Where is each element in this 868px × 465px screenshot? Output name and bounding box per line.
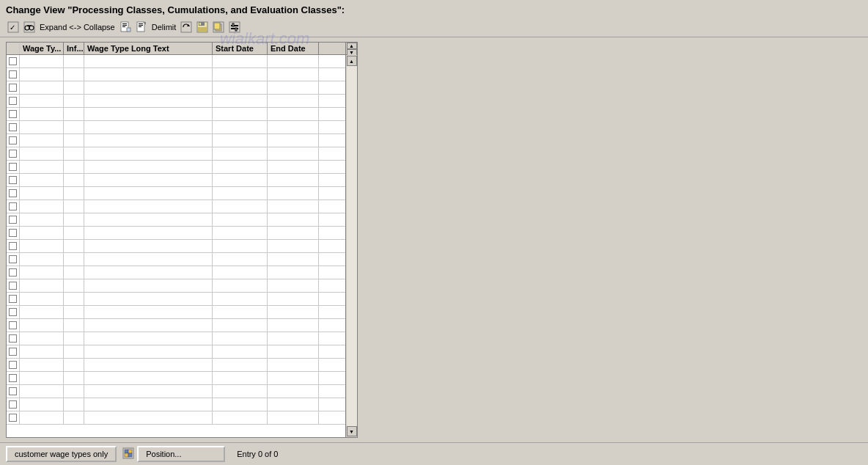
table-row[interactable] bbox=[7, 213, 345, 227]
table-row[interactable] bbox=[7, 95, 345, 108]
table-row[interactable] bbox=[7, 68, 345, 81]
td-startdate bbox=[213, 121, 268, 133]
td-wagelong bbox=[84, 108, 213, 120]
scroll-up-arrow[interactable]: ▲ bbox=[347, 43, 357, 49]
row-checkbox[interactable] bbox=[9, 97, 17, 105]
table-row[interactable] bbox=[7, 319, 345, 332]
row-checkbox[interactable] bbox=[9, 176, 17, 184]
table-row[interactable] bbox=[7, 187, 345, 200]
td-inf bbox=[64, 359, 84, 371]
row-checkbox[interactable] bbox=[9, 84, 17, 92]
table-row[interactable] bbox=[7, 372, 345, 385]
row-checkbox[interactable] bbox=[9, 110, 17, 118]
refresh-button[interactable] bbox=[179, 21, 194, 34]
table-row[interactable] bbox=[7, 161, 345, 174]
vertical-scrollbar[interactable]: ▲ ▼ bbox=[345, 55, 357, 437]
table-row[interactable] bbox=[7, 147, 345, 161]
row-checkbox[interactable] bbox=[9, 216, 17, 224]
td-wagety bbox=[20, 213, 64, 226]
row-checkbox[interactable] bbox=[9, 400, 17, 409]
settings-button[interactable] bbox=[227, 21, 242, 34]
table-row[interactable] bbox=[7, 108, 345, 121]
td-inf bbox=[64, 187, 84, 199]
row-checkbox[interactable] bbox=[9, 361, 17, 369]
td-wagety bbox=[20, 134, 64, 147]
table-row[interactable] bbox=[7, 81, 345, 95]
td-enddate bbox=[268, 319, 319, 332]
copy-button[interactable] bbox=[211, 21, 226, 34]
table-row[interactable] bbox=[7, 227, 345, 240]
save-button[interactable] bbox=[195, 21, 210, 34]
table-row[interactable] bbox=[7, 332, 345, 345]
row-checkbox[interactable] bbox=[9, 163, 17, 171]
td-inf bbox=[64, 293, 84, 305]
td-wagelong bbox=[84, 121, 213, 133]
row-checkbox[interactable] bbox=[9, 150, 17, 158]
td-wagelong bbox=[84, 293, 213, 305]
row-checkbox[interactable] bbox=[9, 295, 17, 303]
td-wagety bbox=[20, 398, 64, 411]
table-body: ▲ ▼ bbox=[7, 55, 357, 437]
row-checkbox[interactable] bbox=[9, 374, 17, 382]
row-checkbox[interactable] bbox=[9, 268, 17, 277]
row-checkbox[interactable] bbox=[9, 123, 17, 131]
row-checkbox[interactable] bbox=[9, 308, 17, 316]
table-row[interactable] bbox=[7, 121, 345, 134]
row-checkbox[interactable] bbox=[9, 57, 17, 65]
row-checkbox[interactable] bbox=[9, 255, 17, 263]
td-startdate bbox=[213, 279, 268, 292]
td-inf bbox=[64, 161, 84, 173]
table-row[interactable] bbox=[7, 134, 345, 147]
row-checkbox[interactable] bbox=[9, 414, 17, 422]
td-wagelong bbox=[84, 68, 213, 81]
row-checkbox[interactable] bbox=[9, 189, 17, 197]
td-enddate bbox=[268, 81, 319, 94]
row-checkbox[interactable] bbox=[9, 70, 17, 78]
table-row[interactable] bbox=[7, 240, 345, 253]
position-button[interactable]: Position... bbox=[137, 446, 225, 462]
save-icon bbox=[196, 21, 208, 33]
scrollbar-down-btn[interactable]: ▼ bbox=[347, 426, 357, 436]
table-row[interactable] bbox=[7, 385, 345, 398]
table-row[interactable] bbox=[7, 359, 345, 372]
row-checkbox[interactable] bbox=[9, 282, 17, 290]
td-enddate bbox=[268, 253, 319, 266]
table-row[interactable] bbox=[7, 293, 345, 306]
search-button[interactable] bbox=[22, 21, 37, 34]
td-wagety bbox=[20, 161, 64, 173]
row-checkbox[interactable] bbox=[9, 348, 17, 356]
table-row[interactable] bbox=[7, 398, 345, 411]
row-checkbox[interactable] bbox=[9, 229, 17, 237]
row-checkbox[interactable] bbox=[9, 202, 17, 210]
row-checkbox[interactable] bbox=[9, 321, 17, 329]
customer-wage-types-button[interactable]: customer wage types only bbox=[6, 446, 117, 462]
td-wagety bbox=[20, 266, 64, 279]
scrollbar-up-btn[interactable]: ▲ bbox=[347, 56, 357, 66]
td-enddate bbox=[268, 345, 319, 358]
position-group: Position... bbox=[122, 446, 225, 462]
table-row[interactable] bbox=[7, 253, 345, 266]
td-wagelong bbox=[84, 55, 213, 67]
table-row[interactable] bbox=[7, 411, 345, 425]
scrollbar-track[interactable] bbox=[347, 66, 357, 426]
row-checkbox[interactable] bbox=[9, 387, 17, 395]
doc1-button[interactable] bbox=[118, 21, 133, 34]
row-checkbox[interactable] bbox=[9, 334, 17, 343]
td-enddate bbox=[268, 68, 319, 81]
doc2-button[interactable] bbox=[134, 21, 149, 34]
td-inf bbox=[64, 372, 84, 384]
td-wagety bbox=[20, 332, 64, 345]
check-button[interactable]: ✓ bbox=[6, 21, 21, 34]
table-row[interactable] bbox=[7, 55, 345, 68]
table-rows-container bbox=[7, 55, 345, 437]
table-row[interactable] bbox=[7, 174, 345, 187]
table-row[interactable] bbox=[7, 279, 345, 293]
td-wagety bbox=[20, 253, 64, 266]
table-row[interactable] bbox=[7, 266, 345, 279]
row-checkbox[interactable] bbox=[9, 242, 17, 250]
row-checkbox[interactable] bbox=[9, 136, 17, 144]
table-row[interactable] bbox=[7, 306, 345, 319]
td-wagety bbox=[20, 55, 64, 67]
table-row[interactable] bbox=[7, 345, 345, 359]
table-row[interactable] bbox=[7, 200, 345, 213]
